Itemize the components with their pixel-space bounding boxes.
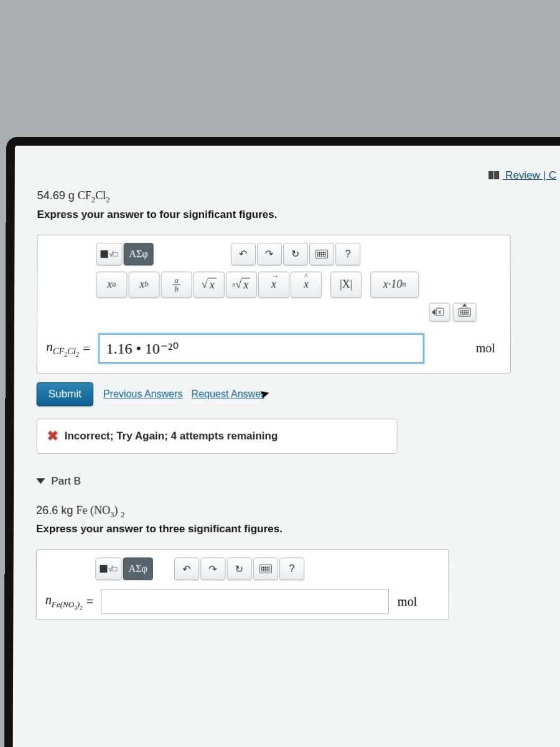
undo-button[interactable]: ↶: [231, 243, 256, 265]
unit-label-B: mol: [398, 594, 423, 609]
subscript-button[interactable]: xb: [128, 271, 159, 298]
variable-label-B: nFe(NO3)2: [45, 593, 83, 611]
answer-input-A[interactable]: [99, 334, 423, 362]
help-button[interactable]: ?: [335, 243, 360, 265]
equation-editor-A: √□ ΑΣφ ↶ ↷ ↻ ? xa xb ab √x n√x x→ x^: [37, 235, 511, 374]
partA-given: 54.69 g CF2Cl2: [37, 189, 560, 205]
sqrt-button[interactable]: √x: [194, 271, 225, 298]
review-link[interactable]: Review | C: [489, 169, 557, 182]
rect-select-button[interactable]: √□: [96, 243, 123, 265]
keyboard-button[interactable]: [309, 243, 334, 265]
request-answer-link[interactable]: Request Answer: [192, 388, 264, 400]
absolute-value-button[interactable]: |X|: [330, 271, 362, 298]
rect-select-button-B[interactable]: √□: [95, 558, 121, 580]
keyboard-icon: [259, 565, 272, 573]
scientific-notation-button[interactable]: x·10n: [370, 271, 419, 298]
feedback-text: Incorrect; Try Again; 4 attempts remaini…: [65, 430, 278, 442]
submit-button[interactable]: Submit: [37, 382, 93, 406]
redo-button-B[interactable]: ↷: [200, 558, 225, 580]
keyboard-icon: [315, 250, 328, 258]
reset-button-B[interactable]: ↻: [226, 558, 251, 580]
review-link-text: Review | C: [505, 169, 556, 181]
variable-label-A: nCF2Cl2: [46, 339, 79, 358]
backspace-button[interactable]: x: [429, 303, 450, 321]
fraction-button[interactable]: ab: [161, 271, 192, 298]
partB-title: Part B: [51, 475, 81, 487]
partB-collapse-toggle[interactable]: [36, 478, 45, 484]
redo-button[interactable]: ↷: [257, 243, 282, 265]
templates-button-B[interactable]: ΑΣφ: [123, 558, 152, 580]
app-window: Review | C 54.69 g CF2Cl2 Express your a…: [4, 137, 560, 747]
flag-icon: [489, 170, 500, 182]
reset-button[interactable]: ↻: [283, 243, 308, 265]
incorrect-icon: ✖: [47, 428, 58, 444]
equals-sign: =: [83, 340, 91, 356]
vector-button[interactable]: x→: [258, 271, 289, 298]
keyboard-up-icon: [459, 308, 471, 316]
equals-sign-B: =: [86, 594, 93, 609]
keyboard-button-B[interactable]: [253, 558, 278, 580]
backspace-icon: x: [436, 308, 444, 316]
partB-given: 26.6 kg Fe (NO3) 2: [36, 504, 560, 519]
help-button-B[interactable]: ?: [279, 558, 304, 580]
keyboard-up-button[interactable]: [453, 303, 477, 321]
previous-answers-link[interactable]: Previous Answers: [103, 388, 183, 400]
feedback-box: ✖ Incorrect; Try Again; 4 attempts remai…: [36, 418, 397, 453]
templates-button[interactable]: ΑΣφ: [123, 243, 153, 265]
nth-root-button[interactable]: n√x: [226, 271, 257, 298]
partB-instruction: Express your answer to three significant…: [36, 523, 560, 535]
equation-editor-B: √□ ΑΣφ ↶ ↷ ↻ ? nFe(NO3)2 = mol: [36, 550, 449, 620]
answer-input-B[interactable]: [101, 589, 389, 614]
unit-label-A: mol: [476, 341, 502, 355]
partA-instruction: Express your answer to four significant …: [37, 209, 560, 221]
hat-button[interactable]: x^: [291, 271, 322, 298]
superscript-button[interactable]: xa: [96, 271, 127, 298]
undo-button-B[interactable]: ↶: [174, 558, 199, 580]
